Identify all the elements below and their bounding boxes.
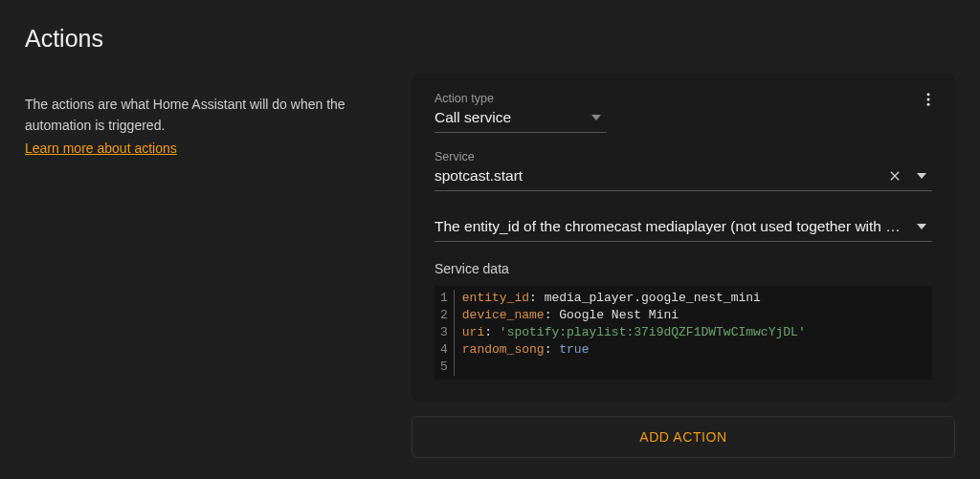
action-type-value: Call service [434,109,580,126]
service-value: spotcast.start [434,167,879,185]
entity-hint-text: The entity_id of the chromecast mediapla… [434,218,905,235]
triangle-down-icon [917,171,926,181]
action-type-field[interactable]: Action type Call service [434,92,607,133]
entity-hint-field[interactable]: The entity_id of the chromecast mediapla… [434,216,932,242]
code-gutter: 12345 [434,290,455,376]
service-data-editor[interactable]: 12345 entity_id: media_player.google_nes… [434,286,932,380]
add-action-button[interactable]: ADD ACTION [412,416,955,458]
action-type-dropdown[interactable] [586,107,607,128]
triangle-down-icon [591,113,601,122]
entity-hint-dropdown[interactable] [911,216,932,237]
svg-point-1 [927,98,930,101]
service-field[interactable]: Service spotcast.start [434,150,932,191]
service-dropdown[interactable] [911,165,932,186]
more-options-button[interactable] [915,86,942,113]
page-title: Actions [25,25,389,53]
service-clear-button[interactable] [884,165,905,186]
service-label: Service [434,150,932,163]
code-content: entity_id: media_player.google_nest_mini… [455,290,813,376]
svg-point-0 [927,93,930,96]
action-type-label: Action type [434,92,607,105]
action-card: Action type Call service Service spotcas… [412,73,955,403]
svg-point-2 [927,103,930,106]
service-data-label: Service data [434,261,932,276]
actions-description: The actions are what Home Assistant will… [25,95,389,136]
close-icon [887,168,902,184]
triangle-down-icon [917,222,926,231]
learn-more-link[interactable]: Learn more about actions [25,141,177,156]
dots-vertical-icon [920,91,937,108]
